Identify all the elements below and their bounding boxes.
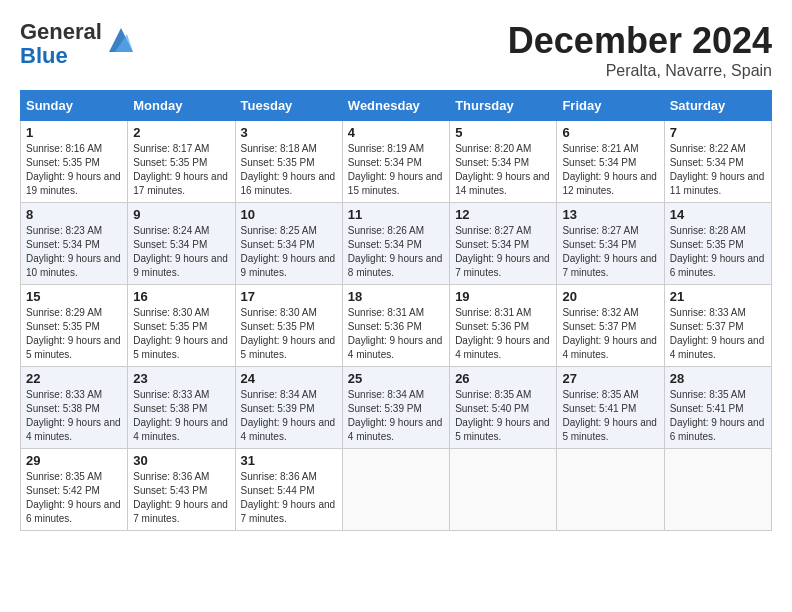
calendar-cell: 20 Sunrise: 8:32 AMSunset: 5:37 PMDaylig… [557,285,664,367]
header-sunday: Sunday [21,91,128,121]
cell-info: Sunrise: 8:25 AMSunset: 5:34 PMDaylight:… [241,225,336,278]
logo-blue: Blue [20,43,68,68]
cell-info: Sunrise: 8:28 AMSunset: 5:35 PMDaylight:… [670,225,765,278]
day-number: 3 [241,125,337,140]
calendar-header-row: SundayMondayTuesdayWednesdayThursdayFrid… [21,91,772,121]
calendar-cell: 15 Sunrise: 8:29 AMSunset: 5:35 PMDaylig… [21,285,128,367]
cell-info: Sunrise: 8:30 AMSunset: 5:35 PMDaylight:… [133,307,228,360]
cell-info: Sunrise: 8:29 AMSunset: 5:35 PMDaylight:… [26,307,121,360]
day-number: 14 [670,207,766,222]
calendar-cell: 31 Sunrise: 8:36 AMSunset: 5:44 PMDaylig… [235,449,342,531]
calendar-cell: 11 Sunrise: 8:26 AMSunset: 5:34 PMDaylig… [342,203,449,285]
cell-info: Sunrise: 8:23 AMSunset: 5:34 PMDaylight:… [26,225,121,278]
cell-info: Sunrise: 8:17 AMSunset: 5:35 PMDaylight:… [133,143,228,196]
calendar-cell: 1 Sunrise: 8:16 AMSunset: 5:35 PMDayligh… [21,121,128,203]
day-number: 12 [455,207,551,222]
cell-info: Sunrise: 8:31 AMSunset: 5:36 PMDaylight:… [348,307,443,360]
cell-info: Sunrise: 8:34 AMSunset: 5:39 PMDaylight:… [241,389,336,442]
cell-info: Sunrise: 8:35 AMSunset: 5:41 PMDaylight:… [670,389,765,442]
day-number: 30 [133,453,229,468]
calendar-cell: 21 Sunrise: 8:33 AMSunset: 5:37 PMDaylig… [664,285,771,367]
calendar-cell: 9 Sunrise: 8:24 AMSunset: 5:34 PMDayligh… [128,203,235,285]
calendar-cell: 7 Sunrise: 8:22 AMSunset: 5:34 PMDayligh… [664,121,771,203]
title-area: December 2024 Peralta, Navarre, Spain [508,20,772,80]
cell-info: Sunrise: 8:19 AMSunset: 5:34 PMDaylight:… [348,143,443,196]
header-saturday: Saturday [664,91,771,121]
cell-info: Sunrise: 8:24 AMSunset: 5:34 PMDaylight:… [133,225,228,278]
page-header: General Blue December 2024 Peralta, Nava… [20,20,772,80]
cell-info: Sunrise: 8:36 AMSunset: 5:43 PMDaylight:… [133,471,228,524]
cell-info: Sunrise: 8:26 AMSunset: 5:34 PMDaylight:… [348,225,443,278]
cell-info: Sunrise: 8:35 AMSunset: 5:42 PMDaylight:… [26,471,121,524]
day-number: 10 [241,207,337,222]
cell-info: Sunrise: 8:27 AMSunset: 5:34 PMDaylight:… [455,225,550,278]
calendar-cell: 19 Sunrise: 8:31 AMSunset: 5:36 PMDaylig… [450,285,557,367]
calendar-cell: 2 Sunrise: 8:17 AMSunset: 5:35 PMDayligh… [128,121,235,203]
day-number: 31 [241,453,337,468]
cell-info: Sunrise: 8:32 AMSunset: 5:37 PMDaylight:… [562,307,657,360]
calendar-cell [450,449,557,531]
calendar-cell: 24 Sunrise: 8:34 AMSunset: 5:39 PMDaylig… [235,367,342,449]
day-number: 17 [241,289,337,304]
calendar-cell: 8 Sunrise: 8:23 AMSunset: 5:34 PMDayligh… [21,203,128,285]
cell-info: Sunrise: 8:30 AMSunset: 5:35 PMDaylight:… [241,307,336,360]
calendar-cell [664,449,771,531]
day-number: 19 [455,289,551,304]
calendar-cell: 29 Sunrise: 8:35 AMSunset: 5:42 PMDaylig… [21,449,128,531]
day-number: 27 [562,371,658,386]
day-number: 9 [133,207,229,222]
cell-info: Sunrise: 8:36 AMSunset: 5:44 PMDaylight:… [241,471,336,524]
calendar-cell: 16 Sunrise: 8:30 AMSunset: 5:35 PMDaylig… [128,285,235,367]
cell-info: Sunrise: 8:18 AMSunset: 5:35 PMDaylight:… [241,143,336,196]
day-number: 28 [670,371,766,386]
location: Peralta, Navarre, Spain [508,62,772,80]
cell-info: Sunrise: 8:33 AMSunset: 5:37 PMDaylight:… [670,307,765,360]
calendar-week-row: 15 Sunrise: 8:29 AMSunset: 5:35 PMDaylig… [21,285,772,367]
calendar-cell: 17 Sunrise: 8:30 AMSunset: 5:35 PMDaylig… [235,285,342,367]
calendar-table: SundayMondayTuesdayWednesdayThursdayFrid… [20,90,772,531]
cell-info: Sunrise: 8:34 AMSunset: 5:39 PMDaylight:… [348,389,443,442]
day-number: 6 [562,125,658,140]
header-monday: Monday [128,91,235,121]
cell-info: Sunrise: 8:22 AMSunset: 5:34 PMDaylight:… [670,143,765,196]
day-number: 26 [455,371,551,386]
day-number: 4 [348,125,444,140]
calendar-cell [557,449,664,531]
calendar-cell: 3 Sunrise: 8:18 AMSunset: 5:35 PMDayligh… [235,121,342,203]
cell-info: Sunrise: 8:35 AMSunset: 5:41 PMDaylight:… [562,389,657,442]
calendar-week-row: 8 Sunrise: 8:23 AMSunset: 5:34 PMDayligh… [21,203,772,285]
cell-info: Sunrise: 8:31 AMSunset: 5:36 PMDaylight:… [455,307,550,360]
day-number: 15 [26,289,122,304]
logo-icon [105,24,137,56]
calendar-cell: 27 Sunrise: 8:35 AMSunset: 5:41 PMDaylig… [557,367,664,449]
calendar-cell: 12 Sunrise: 8:27 AMSunset: 5:34 PMDaylig… [450,203,557,285]
day-number: 20 [562,289,658,304]
day-number: 25 [348,371,444,386]
header-wednesday: Wednesday [342,91,449,121]
day-number: 16 [133,289,229,304]
calendar-cell: 18 Sunrise: 8:31 AMSunset: 5:36 PMDaylig… [342,285,449,367]
day-number: 7 [670,125,766,140]
month-title: December 2024 [508,20,772,62]
day-number: 24 [241,371,337,386]
cell-info: Sunrise: 8:33 AMSunset: 5:38 PMDaylight:… [26,389,121,442]
calendar-week-row: 1 Sunrise: 8:16 AMSunset: 5:35 PMDayligh… [21,121,772,203]
calendar-cell: 6 Sunrise: 8:21 AMSunset: 5:34 PMDayligh… [557,121,664,203]
calendar-cell: 26 Sunrise: 8:35 AMSunset: 5:40 PMDaylig… [450,367,557,449]
cell-info: Sunrise: 8:27 AMSunset: 5:34 PMDaylight:… [562,225,657,278]
cell-info: Sunrise: 8:35 AMSunset: 5:40 PMDaylight:… [455,389,550,442]
calendar-cell: 25 Sunrise: 8:34 AMSunset: 5:39 PMDaylig… [342,367,449,449]
header-friday: Friday [557,91,664,121]
day-number: 29 [26,453,122,468]
day-number: 11 [348,207,444,222]
day-number: 22 [26,371,122,386]
cell-info: Sunrise: 8:33 AMSunset: 5:38 PMDaylight:… [133,389,228,442]
day-number: 21 [670,289,766,304]
calendar-week-row: 22 Sunrise: 8:33 AMSunset: 5:38 PMDaylig… [21,367,772,449]
day-number: 13 [562,207,658,222]
calendar-cell: 4 Sunrise: 8:19 AMSunset: 5:34 PMDayligh… [342,121,449,203]
calendar-week-row: 29 Sunrise: 8:35 AMSunset: 5:42 PMDaylig… [21,449,772,531]
calendar-cell: 13 Sunrise: 8:27 AMSunset: 5:34 PMDaylig… [557,203,664,285]
calendar-cell: 30 Sunrise: 8:36 AMSunset: 5:43 PMDaylig… [128,449,235,531]
day-number: 1 [26,125,122,140]
